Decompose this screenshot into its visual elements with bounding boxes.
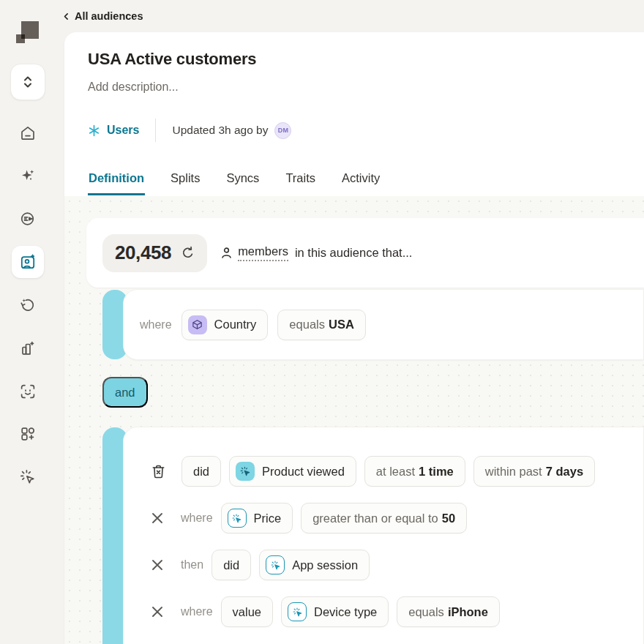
workspace-switcher-button[interactable] xyxy=(10,64,45,100)
keyword-then: then xyxy=(181,558,203,572)
keyword-where: where xyxy=(140,318,172,332)
page-title: USA Active customers xyxy=(88,50,256,69)
event-cursor-icon xyxy=(288,602,307,621)
operator-pill-equals-iphone[interactable]: equals iPhone xyxy=(397,596,500,627)
audiences-icon xyxy=(19,253,37,271)
sidebar-item-home[interactable] xyxy=(12,117,44,149)
event-cursor-icon xyxy=(236,462,255,481)
journeys-loop-icon xyxy=(19,296,37,314)
connections-icon xyxy=(19,210,37,228)
operator-pill-equals-usa[interactable]: equals USA xyxy=(277,310,365,340)
property-label: Price xyxy=(254,512,282,525)
event-label: App session xyxy=(292,558,358,572)
sidebar-item-journeys[interactable] xyxy=(12,289,44,321)
sidebar-item-catalog[interactable] xyxy=(12,418,44,450)
trash-icon[interactable] xyxy=(150,463,167,480)
property-label: Country xyxy=(214,318,257,332)
remove-x-icon[interactable] xyxy=(150,511,165,525)
cube-icon xyxy=(188,315,207,334)
members-suffix: in this audience that... xyxy=(295,246,413,260)
member-count: 20,458 xyxy=(115,242,171,264)
tab-bar: Definition Splits Syncs Traits Activity xyxy=(88,161,381,195)
divider xyxy=(155,119,156,142)
users-snowflake-icon xyxy=(88,124,100,137)
condition-card: did Product viewed at least 1 time xyxy=(123,427,644,644)
condition-row-then-did: then did App session xyxy=(150,549,643,581)
tab-splits[interactable]: Splits xyxy=(170,161,201,195)
logo-square-small xyxy=(16,34,25,43)
audience-summary-card: 20,458 members in this audience that... xyxy=(86,218,644,288)
operator-value: iPhone xyxy=(448,605,488,619)
operator-value: 50 xyxy=(442,512,455,525)
sidebar-item-audiences[interactable] xyxy=(12,246,44,278)
modifier-pill-value[interactable]: value xyxy=(221,596,273,627)
sidebar xyxy=(0,0,64,644)
condition-row-did-event: did Product viewed at least 1 time xyxy=(150,455,643,487)
sidebar-item-ai-assistant[interactable] xyxy=(12,160,44,192)
member-count-pill: 20,458 xyxy=(102,234,207,272)
condition-block-where: where Country equals USA xyxy=(102,289,644,360)
home-icon xyxy=(19,124,37,142)
property-pill-price[interactable]: Price xyxy=(221,503,293,533)
catalog-blocks-icon xyxy=(19,425,37,443)
event-cursor-icon xyxy=(266,555,285,574)
app-root: All audiences USA Active customers Add d… xyxy=(0,0,644,644)
tab-syncs[interactable]: Syncs xyxy=(225,161,260,195)
keyword-where: where xyxy=(181,512,213,525)
event-label: Product viewed xyxy=(262,465,345,479)
chevron-left-icon xyxy=(61,12,71,21)
and-connector-badge[interactable]: and xyxy=(102,377,148,408)
condition-block-event: did Product viewed at least 1 time xyxy=(102,427,644,644)
time-window-pill[interactable]: within past 7 days xyxy=(473,456,595,487)
condition-card: where Country equals USA xyxy=(123,289,644,360)
main-panel: USA Active customers Add description... … xyxy=(64,32,644,644)
window-value: 7 days xyxy=(546,465,583,479)
frequency-operator: at least xyxy=(376,465,415,479)
breadcrumb-back-link[interactable]: All audiences xyxy=(61,7,143,25)
sidebar-item-analytics[interactable] xyxy=(12,332,44,364)
frequency-value: 1 time xyxy=(419,465,454,479)
chevron-up-down-icon xyxy=(22,75,34,89)
operator-text: equals xyxy=(289,318,325,332)
face-scan-icon xyxy=(19,383,37,400)
condition-row-where-price: where Price greater than or equal to 50 xyxy=(150,502,643,534)
frequency-pill[interactable]: at least 1 time xyxy=(364,456,465,487)
avatar[interactable]: DM xyxy=(274,122,291,139)
members-link[interactable]: members xyxy=(238,244,288,261)
property-label: Device type xyxy=(314,605,377,619)
remove-x-icon[interactable] xyxy=(150,604,165,619)
sidebar-item-identity-scan[interactable] xyxy=(12,375,44,408)
sidebar-item-engage[interactable] xyxy=(12,461,44,493)
breadcrumb-label: All audiences xyxy=(75,10,143,22)
event-pill-app-session[interactable]: App session xyxy=(259,550,370,580)
meta-row: Users Updated 3h ago by DM xyxy=(88,117,291,143)
operator-pill-gte-50[interactable]: greater than or equal to 50 xyxy=(301,503,467,533)
sparkle-icon xyxy=(19,167,37,184)
sidebar-item-connections[interactable] xyxy=(12,203,44,235)
cursor-spark-icon xyxy=(19,468,37,486)
operator-text: equals xyxy=(408,605,444,619)
property-pill-country[interactable]: Country xyxy=(181,310,269,340)
updated-text: Updated 3h ago by xyxy=(172,124,268,137)
remove-x-icon[interactable] xyxy=(150,558,165,572)
event-cursor-icon xyxy=(228,509,247,528)
entity-label: Users xyxy=(107,124,139,137)
tab-activity[interactable]: Activity xyxy=(341,161,381,195)
refresh-icon[interactable] xyxy=(181,246,195,260)
property-pill-device-type[interactable]: Device type xyxy=(281,596,389,627)
bar-chart-icon xyxy=(19,340,37,357)
operator-text: greater than or equal to xyxy=(312,512,438,525)
definition-canvas: 20,458 members in this audience that... … xyxy=(64,196,644,644)
modifier-pill-did[interactable]: did xyxy=(181,456,221,487)
operator-value: USA xyxy=(329,318,354,332)
keyword-where: where xyxy=(181,605,213,618)
modifier-pill-did[interactable]: did xyxy=(211,550,251,580)
description-placeholder[interactable]: Add description... xyxy=(88,80,179,94)
entity-selector[interactable]: Users xyxy=(88,124,139,137)
person-icon xyxy=(220,246,233,260)
tab-traits[interactable]: Traits xyxy=(285,161,316,195)
condition-row-where-device: where value Device type equals iPhone xyxy=(150,596,643,628)
window-operator: within past xyxy=(485,465,542,479)
event-pill-product-viewed[interactable]: Product viewed xyxy=(229,456,356,487)
tab-definition[interactable]: Definition xyxy=(88,161,145,195)
